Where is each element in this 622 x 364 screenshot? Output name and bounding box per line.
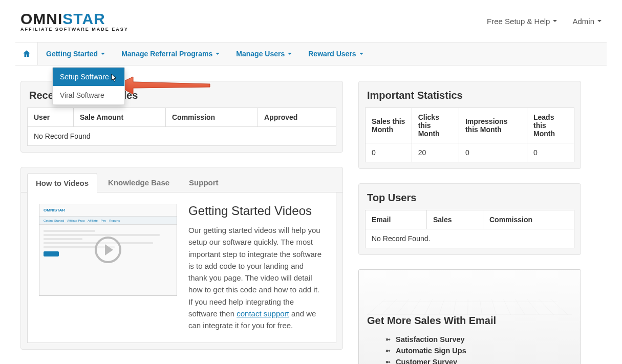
table-row: 0 20 0 0	[366, 143, 574, 162]
arrow-bullet-icon: ➼	[385, 347, 391, 354]
video-body-a: Our getting started videos will help you…	[188, 226, 321, 318]
main-navbar: Getting Started Manage Referral Programs…	[15, 42, 607, 66]
promo-item-label: Satisfaction Survey	[396, 335, 465, 344]
table-header-row: User Sale Amount Commission Approved	[28, 108, 336, 127]
stats-title: Important Statistics	[367, 90, 572, 101]
dropdown-viral-software[interactable]: Viral Software	[53, 86, 124, 104]
top-users-panel: Top Users Email Sales Commission No Reco…	[358, 183, 581, 255]
promo-item-label: Customer Survey	[396, 358, 457, 364]
promo-item-label: Automatic Sign Ups	[396, 347, 466, 355]
col-leads-month: Leads this Month	[527, 108, 574, 143]
col-impressions-month: Impressions this Month	[459, 108, 527, 143]
home-button[interactable]	[15, 42, 38, 65]
stats-table: Sales this Month Clicks this Month Impre…	[365, 108, 574, 162]
nav-getting-started-label: Getting Started	[46, 50, 98, 58]
table-row: No Record Found.	[366, 229, 574, 248]
logo[interactable]: OMNISTAR AFFILIATE SOFTWARE MADE EASY	[20, 10, 128, 32]
logo-tagline: AFFILIATE SOFTWARE MADE EASY	[20, 27, 128, 32]
tab-knowledge-base[interactable]: Knowledge Base	[99, 173, 178, 192]
nav-manage-users-label: Manage Users	[236, 50, 285, 58]
col-commission: Commission	[166, 108, 258, 127]
tab-strip: How to Videos Knowledge Base Support	[21, 167, 342, 192]
help-menu[interactable]: Free Setup & Help	[487, 17, 557, 26]
logo-omni: OMNI	[20, 10, 62, 27]
val-clicks: 20	[412, 143, 459, 162]
caret-icon	[288, 53, 292, 55]
col-sales-month: Sales this Month	[366, 108, 412, 143]
arrow-bullet-icon: ➼	[385, 358, 391, 364]
nav-reward-users[interactable]: Reward Users	[300, 42, 371, 65]
video-description: Getting Started Videos Our getting start…	[188, 204, 325, 331]
video-panel-heading: Getting Started Videos	[188, 204, 325, 218]
top-users-table: Email Sales Commission No Record Found.	[365, 210, 574, 248]
top-right-menu: Free Setup & Help Admin	[487, 17, 602, 26]
dropdown-setup-software[interactable]: Setup Software	[53, 68, 124, 86]
col-user: User	[28, 108, 74, 127]
home-icon	[22, 49, 31, 58]
help-tabs-panel: How to Videos Knowledge Base Support OMN…	[20, 167, 343, 350]
tab-content: OMNISTAR Getting StartedAffiliate ProgAf…	[27, 192, 336, 343]
no-record-cell: No Record Found	[28, 127, 336, 146]
video-thumbnail[interactable]: OMNISTAR Getting StartedAffiliate ProgAf…	[39, 204, 177, 296]
val-impressions: 0	[459, 143, 527, 162]
logo-star: STAR	[62, 10, 105, 27]
promo-list: ➼Satisfaction Survey ➼Automatic Sign Ups…	[367, 334, 572, 364]
val-sales: 0	[366, 143, 412, 162]
cursor-icon	[111, 74, 118, 83]
dropdown-setup-label: Setup Software	[60, 73, 109, 81]
table-row: No Record Found	[28, 127, 336, 146]
promo-floor-decoration	[367, 299, 572, 315]
nav-manage-users[interactable]: Manage Users	[228, 42, 300, 65]
val-leads: 0	[527, 143, 574, 162]
col-commission: Commission	[483, 210, 574, 229]
caret-icon	[216, 53, 220, 55]
arrow-bullet-icon: ➼	[385, 336, 391, 343]
nav-getting-started[interactable]: Getting Started	[38, 42, 113, 65]
table-header-row: Email Sales Commission	[366, 210, 574, 229]
table-header-row: Sales this Month Clicks this Month Impre…	[366, 108, 574, 143]
list-item: ➼Automatic Sign Ups	[385, 345, 572, 356]
help-menu-label: Free Setup & Help	[487, 17, 550, 26]
recent-sales-table: User Sale Amount Commission Approved No …	[27, 108, 336, 146]
tab-support[interactable]: Support	[180, 173, 227, 192]
stats-panel: Important Statistics Sales this Month Cl…	[358, 81, 581, 169]
tab-how-to-videos[interactable]: How to Videos	[27, 173, 97, 192]
nav-manage-programs[interactable]: Manage Referral Programs	[113, 42, 228, 65]
promo-title: Get More Sales With Email	[367, 315, 572, 327]
getting-started-dropdown: Setup Software Viral Software	[52, 67, 125, 105]
contact-support-link[interactable]: contact support	[237, 309, 289, 318]
col-approved: Approved	[258, 108, 336, 127]
play-icon	[95, 237, 121, 263]
list-item: ➼Satisfaction Survey	[385, 334, 572, 345]
dropdown-viral-label: Viral Software	[60, 91, 104, 99]
caret-icon	[101, 53, 105, 55]
nav-reward-users-label: Reward Users	[308, 50, 356, 58]
no-record-cell: No Record Found.	[366, 229, 574, 248]
caret-icon	[553, 20, 557, 22]
col-clicks-month: Clicks this Month	[412, 108, 459, 143]
caret-icon	[597, 20, 602, 22]
promo-panel[interactable]: Get More Sales With Email ➼Satisfaction …	[358, 269, 581, 364]
nav-manage-programs-label: Manage Referral Programs	[121, 50, 212, 58]
admin-menu[interactable]: Admin	[572, 17, 602, 26]
list-item: ➼Customer Survey	[385, 356, 572, 364]
col-sale-amount: Sale Amount	[74, 108, 166, 127]
col-email: Email	[366, 210, 427, 229]
admin-menu-label: Admin	[572, 17, 594, 26]
topbar: OMNISTAR AFFILIATE SOFTWARE MADE EASY Fr…	[0, 0, 622, 42]
col-sales: Sales	[427, 210, 483, 229]
top-users-title: Top Users	[367, 192, 572, 204]
caret-icon	[359, 53, 363, 55]
